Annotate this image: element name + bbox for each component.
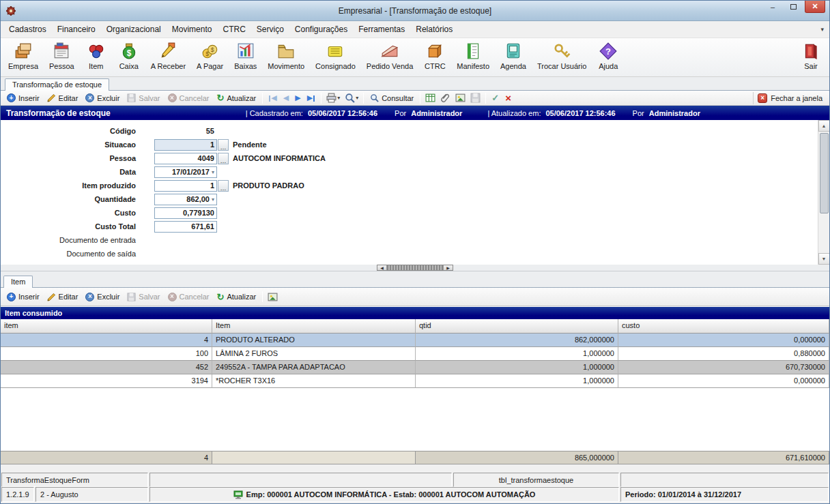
item-produzido-field[interactable]: 1 (154, 180, 217, 192)
inserir-button[interactable]: +Inserir (3, 92, 43, 104)
horizontal-scrollbar[interactable]: ◀ ▶ (377, 265, 453, 271)
footer-custo-total: 671,610000 (618, 451, 829, 464)
vertical-scrollbar[interactable]: ▲ ▼ (818, 120, 829, 265)
toolbar-label: CTRC (425, 62, 446, 70)
toolbar-button-trocar-usuario[interactable]: Trocar Usuário (532, 40, 591, 72)
toolbar-button-agenda[interactable]: Agenda (496, 40, 531, 72)
cancel-circle-icon: × (168, 93, 177, 102)
maximize-button[interactable] (784, 1, 802, 13)
next-record-button[interactable]: ▶ (292, 93, 303, 102)
sair-icon (802, 42, 820, 60)
toolbar-button-baixas[interactable]: Baixas (229, 40, 261, 72)
atualizar-button[interactable]: ↻Atualizar (214, 92, 260, 104)
toolbar-button-pessoa[interactable]: Pessoa (44, 40, 79, 72)
excluir-button[interactable]: ×Excluir (82, 92, 123, 104)
tab-transformacao-de-estoque[interactable]: Transformação de estoque (5, 78, 109, 91)
editar-label: Editar (59, 293, 78, 301)
menu-configuracoes[interactable]: Configurações (289, 23, 353, 36)
item-editar-button[interactable]: Editar (44, 291, 82, 303)
menu-cadastros[interactable]: Cadastros (3, 23, 52, 36)
table-row[interactable]: 100 LÂMINA 2 FUROS 1,000000 0,880000 (1, 347, 829, 361)
menu-financeiro[interactable]: Financeiro (52, 23, 101, 36)
menu-ferramentas[interactable]: Ferramentas (353, 23, 410, 36)
image-button[interactable] (453, 91, 468, 104)
pessoa-lookup-button[interactable]: … (218, 153, 229, 164)
toolbar-button-pedido-venda[interactable]: Pedido Venda (362, 40, 418, 72)
tab-item[interactable]: Item (3, 276, 33, 288)
toolbar-button-ajuda[interactable]: ? Ajuda (592, 40, 624, 72)
quantidade-field[interactable]: 862,00▾ (154, 194, 217, 205)
custo-total-value: 671,61 (191, 222, 214, 231)
toolbar-button-a-receber[interactable]: A Receber (146, 40, 190, 72)
attachment-button[interactable] (438, 91, 453, 104)
prev-record-button[interactable]: ◀ (281, 93, 291, 102)
preview-button[interactable]: ▾ (343, 91, 360, 104)
menu-servico[interactable]: Serviço (251, 23, 289, 36)
hscrollbar-track[interactable] (387, 265, 443, 270)
abort-x-icon[interactable]: × (502, 93, 514, 103)
scroll-right-button[interactable]: ▶ (443, 265, 453, 270)
scroll-left-button[interactable]: ◀ (377, 265, 387, 270)
form-row-situacao: Situacao 1 … Pendente (1, 138, 829, 151)
column-header-item[interactable]: Item (212, 319, 416, 333)
menu-relatorios[interactable]: Relatórios (410, 23, 458, 36)
fechar-janela-button[interactable]: × Fechar a janela (753, 92, 827, 104)
item-image-button[interactable] (266, 291, 280, 303)
toolbar-button-a-pagar[interactable]: $$ A Pagar (192, 40, 228, 72)
item-produzido-lookup-button[interactable]: … (218, 180, 229, 192)
column-header-item-id[interactable]: item (1, 319, 212, 333)
print-button[interactable]: ▾ (324, 91, 342, 104)
pessoa-field[interactable]: 4049 (154, 153, 217, 164)
confirm-check-icon[interactable]: ✓ (489, 93, 502, 103)
table-row[interactable]: 452 249552A - TAMPA PARA ADAPTACAO 1,000… (1, 361, 829, 374)
toolbar-button-sair[interactable]: Sair (795, 40, 827, 72)
toolbar-button-manifesto[interactable]: Manifesto (452, 40, 494, 72)
pencil-icon (47, 93, 56, 102)
column-header-custo[interactable]: custo (618, 319, 829, 333)
toolbar-button-consignado[interactable]: Consignado (311, 40, 360, 72)
record-toolbar: +Inserir Editar ×Excluir Salvar ×Cancela… (1, 91, 829, 106)
item-excluir-button[interactable]: ×Excluir (82, 291, 123, 303)
report-button[interactable] (423, 91, 438, 104)
save-grid-button[interactable] (468, 91, 483, 104)
column-header-qtid[interactable]: qtid (416, 319, 618, 333)
toolbar-button-caixa[interactable]: $ Caixa (113, 40, 145, 72)
menu-ctrc[interactable]: CTRC (217, 23, 251, 36)
salvar-label: Salvar (139, 94, 160, 102)
data-field[interactable]: 17/01/2017▾ (154, 166, 217, 178)
situacao-field[interactable]: 1 (154, 139, 217, 151)
toolbar-button-item[interactable]: Item (81, 40, 112, 72)
toolbar-button-movimento[interactable]: Movimento (263, 40, 309, 72)
chevron-down-icon[interactable]: ▾ (212, 196, 214, 203)
menu-movimento[interactable]: Movimento (167, 23, 218, 36)
scroll-down-button[interactable]: ▼ (818, 253, 830, 265)
first-record-button[interactable]: ◀ (266, 93, 279, 102)
item-cancelar-button[interactable]: ×Cancelar (164, 291, 213, 303)
menu-organizacional[interactable]: Organizacional (101, 23, 167, 36)
item-salvar-button[interactable]: Salvar (124, 291, 163, 303)
item-inserir-button[interactable]: +Inserir (3, 291, 43, 303)
toolbar-button-ctrc[interactable]: CTRC (419, 40, 450, 72)
inserir-label: Inserir (18, 94, 40, 102)
table-row[interactable]: 4 PRODUTO ALTERADO 862,000000 0,000000 (1, 333, 829, 347)
chevron-down-icon[interactable]: ▾ (212, 169, 214, 175)
custo-field[interactable]: 0,779130 (154, 207, 217, 219)
cancelar-button[interactable]: ×Cancelar (164, 92, 213, 104)
detail-tabstrip: Item (1, 271, 829, 288)
scrollbar-thumb[interactable] (820, 133, 829, 213)
item-atualizar-button[interactable]: ↻Atualizar (214, 291, 260, 303)
last-record-button[interactable]: ▶ (304, 93, 318, 102)
table-row[interactable]: 3194 *ROCHER T3X16 1,000000 0,000000 (1, 374, 829, 388)
editar-button[interactable]: Editar (44, 92, 82, 104)
consultar-button[interactable]: Consultar (367, 92, 417, 104)
salvar-button[interactable]: Salvar (124, 92, 163, 104)
scroll-up-button[interactable]: ▲ (818, 120, 830, 132)
toolbar-button-empresa[interactable]: Empresa (3, 40, 43, 72)
splitter[interactable]: ◀ ▶ (1, 265, 829, 271)
situacao-lookup-button[interactable]: … (218, 139, 229, 151)
custo-total-field[interactable]: 671,61 (154, 221, 217, 233)
chevron-down-icon[interactable]: ▾ (820, 26, 827, 33)
ctrc-icon (426, 42, 444, 60)
minimize-button[interactable]: – (764, 1, 782, 13)
close-button[interactable]: ✕ (805, 1, 825, 13)
